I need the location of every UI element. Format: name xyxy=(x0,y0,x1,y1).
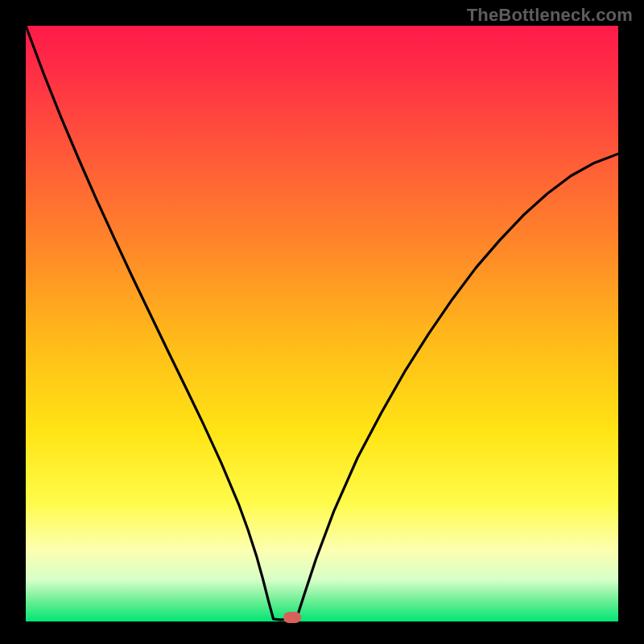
curve-layer xyxy=(26,26,618,621)
chart-frame: TheBottleneck.com xyxy=(0,0,644,644)
bottleneck-curve xyxy=(26,26,618,620)
watermark-text: TheBottleneck.com xyxy=(467,5,633,26)
optimum-marker xyxy=(283,612,301,623)
plot-area xyxy=(26,26,618,621)
